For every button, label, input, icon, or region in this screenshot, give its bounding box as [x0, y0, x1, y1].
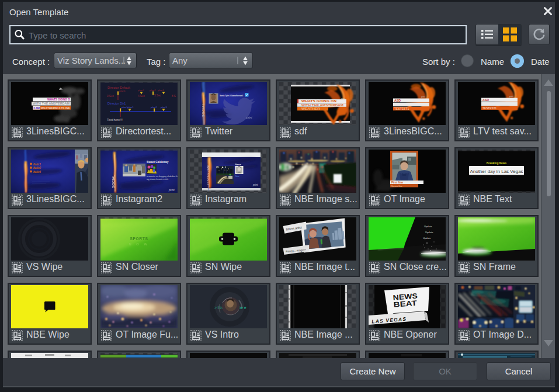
svg-text:SOCIAL: SOCIAL — [111, 174, 115, 188]
svg-text:Update: Update — [424, 225, 432, 228]
svg-text:Another day in Las Vegas: Another day in Las Vegas — [470, 169, 523, 174]
svg-text:Sweta Tyler #ObamaFarewell: Sweta Tyler #ObamaFarewell — [220, 94, 243, 97]
svg-text:SPORTS: SPORTS — [130, 237, 148, 241]
svg-text:plan2: plan2 — [138, 89, 144, 92]
svg-text:Update: Update — [425, 231, 433, 234]
svg-text:plan2: plan2 — [151, 106, 157, 109]
svg-text:a smarter en bagging chab bia: a smarter en bagging chab bia thts ch el… — [147, 175, 178, 178]
svg-text:WEATHER: WEATHER — [301, 107, 320, 110]
svg-text:SOCIAL: SOCIAL — [202, 103, 205, 117]
svg-text:ASD: ASD — [482, 98, 489, 102]
svg-text:plan3: plan3 — [161, 106, 167, 109]
svg-text:Director Dir1: Director Dir1 — [107, 102, 126, 105]
svg-text:ASD: ASD — [394, 99, 401, 102]
svg-text:TESTEST1: TESTEST1 — [394, 107, 409, 110]
svg-text:Text here!!!: Text here!!! — [107, 118, 123, 122]
svg-text:Name: Name — [235, 164, 241, 166]
svg-text:WITH THE AMSTERDAM: WITH THE AMSTERDAM — [301, 103, 343, 107]
svg-text:N O W: N O W — [129, 242, 150, 246]
svg-text:he e: he e — [239, 306, 246, 310]
svg-text:Sweet Caldeway: Sweet Caldeway — [147, 161, 169, 164]
svg-text:plan2: plan2 — [150, 89, 156, 92]
svg-text:Italic2: Italic2 — [33, 166, 41, 169]
svg-text:5 Sec: 5 Sec — [154, 94, 161, 97]
svg-text:Update: Update — [423, 237, 431, 240]
svg-text:TESTEST1: TESTEST1 — [482, 107, 497, 110]
svg-text:print: print — [421, 96, 425, 98]
svg-text:ag phawn beaute a tels: ag phawn beaute a tels — [147, 178, 168, 181]
svg-text:4 Sec: 4 Sec — [138, 95, 145, 98]
svg-text:WEATHERMULTILINE: WEATHERMULTILINE — [41, 106, 71, 110]
svg-text:WHATS GOING O: WHATS GOING O — [47, 98, 70, 101]
svg-text:First line: First line — [391, 181, 403, 184]
svg-text:Now: Now — [235, 175, 240, 178]
svg-text:print: print — [252, 183, 259, 186]
svg-text:print: print — [509, 95, 513, 98]
svg-text:8 S: 8 S — [172, 95, 176, 98]
svg-text:> I: > I — [214, 306, 219, 310]
svg-text:Italic1: Italic1 — [33, 163, 41, 166]
svg-text:WITH THE AMSTERDAM: WITH THE AMSTERDAM — [33, 102, 70, 105]
svg-text:WHATS GOING ON: WHATS GOING ON — [301, 99, 336, 103]
svg-text:plan1: plan1 — [127, 106, 134, 109]
svg-text:print: print — [168, 188, 175, 192]
svg-text:plan3: plan3 — [158, 89, 164, 92]
svg-text:plan1: plan1 — [119, 89, 126, 92]
svg-text:INSTAGRAM: INSTAGRAM — [206, 165, 210, 185]
svg-text:print: print — [246, 116, 252, 119]
svg-text:Second line: Second line — [391, 185, 402, 188]
svg-text:3 AM: 3 AM — [33, 106, 40, 110]
svg-text:Breaking News: Breaking News — [487, 162, 507, 165]
svg-text:0 Sec: 0 Sec — [107, 95, 114, 98]
svg-text:Italic3: Italic3 — [33, 171, 41, 174]
